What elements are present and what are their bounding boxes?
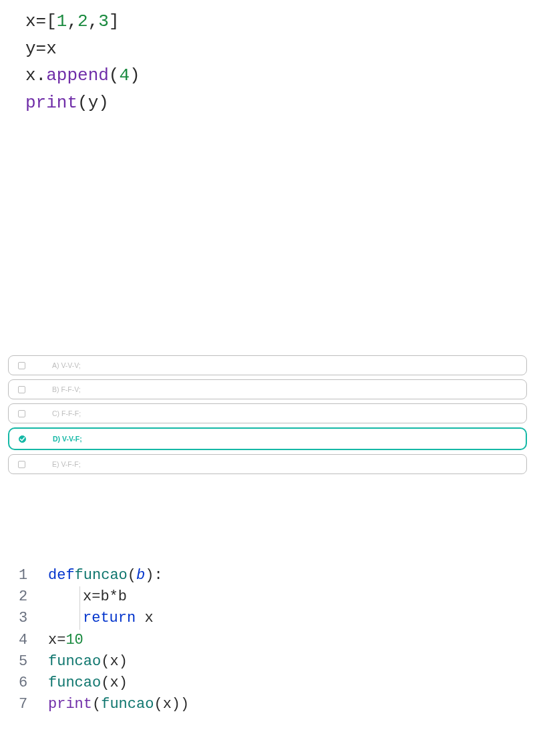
code-block-1: x = [1,2,3] y = x x.append(4) print(y) <box>0 0 535 116</box>
option-b[interactable]: B) F-F-V; <box>8 379 527 399</box>
paren-close: ) <box>145 565 154 586</box>
var-y: y <box>88 89 99 117</box>
paren-close: ) <box>119 651 128 673</box>
code2-line7: 7 print(funcao(x)) <box>19 694 535 715</box>
check-circle-icon <box>19 435 26 443</box>
dot: . <box>36 62 47 89</box>
code2-line6: 6 funcao(x) <box>19 673 535 694</box>
equals: = <box>36 35 47 63</box>
var-x: x <box>25 8 36 35</box>
paren-close: ) <box>180 694 189 715</box>
fn-append: append <box>46 62 109 89</box>
fn-call: funcao <box>48 673 101 694</box>
line-number: 2 <box>19 586 48 608</box>
checkbox-icon <box>18 410 25 417</box>
option-label: C) F-F-F; <box>52 409 81 417</box>
var-x: x <box>144 610 153 626</box>
var-x: x <box>48 630 57 651</box>
var-y: y <box>25 35 36 63</box>
option-d[interactable]: D) V-V-F; <box>8 427 527 450</box>
equals: = <box>57 630 65 651</box>
var-x: x <box>163 694 172 715</box>
num-3: 3 <box>98 8 109 35</box>
code1-line1: x = [1,2,3] <box>25 8 535 35</box>
num-4: 4 <box>119 62 130 89</box>
body: x=b*b <box>83 588 127 605</box>
paren-open: ( <box>128 565 136 586</box>
fn-name: funcao <box>75 565 128 586</box>
bracket-close: ] <box>109 8 120 35</box>
var-x: x <box>25 62 36 89</box>
num-10: 10 <box>65 630 83 651</box>
code2-line1: 1 def funcao(b): <box>19 565 535 586</box>
param-b: b <box>136 565 145 586</box>
var-x: x <box>110 651 118 673</box>
paren-open: ( <box>77 89 88 117</box>
code2-line4: 4 x = 10 <box>19 630 535 651</box>
num-1: 1 <box>57 8 67 35</box>
line-number: 3 <box>19 608 48 629</box>
fn-call: funcao <box>48 651 101 673</box>
answer-options: A) V-V-V; B) F-F-V; C) F-F-F; D) V-V-F; … <box>0 355 535 474</box>
option-label: D) V-V-F; <box>53 435 82 443</box>
paren-close: ) <box>130 62 140 89</box>
fn-print: print <box>25 89 77 117</box>
var-x: x <box>46 35 57 63</box>
fn-print: print <box>48 694 92 715</box>
checkbox-icon <box>18 362 25 369</box>
line-number: 1 <box>19 565 48 586</box>
option-a[interactable]: A) V-V-V; <box>8 355 527 375</box>
code-block-2: 1 def funcao(b): 2 x=b*b 3 return x 4 x … <box>0 565 535 715</box>
bracket-open: [ <box>46 8 57 35</box>
option-e[interactable]: E) V-F-F; <box>8 454 527 474</box>
option-label: E) V-F-F; <box>52 460 81 468</box>
option-label: A) V-V-V; <box>52 361 81 369</box>
line-number: 5 <box>19 651 48 673</box>
code2-line2: 2 x=b*b <box>19 586 535 608</box>
code1-line3: x.append(4) <box>25 62 535 89</box>
num-2: 2 <box>77 8 88 35</box>
code2-line5: 5 funcao(x) <box>19 651 535 673</box>
colon: : <box>154 565 162 586</box>
kw-return: return <box>83 610 136 626</box>
paren-open: ( <box>101 673 110 694</box>
comma: , <box>88 8 99 35</box>
paren-open: ( <box>92 694 101 715</box>
code1-line4: print(y) <box>25 89 535 117</box>
option-c[interactable]: C) F-F-F; <box>8 403 527 423</box>
line-number: 6 <box>19 673 48 694</box>
comma: , <box>67 8 77 35</box>
code2-line3: 3 return x <box>19 608 535 629</box>
code1-line2: y = x <box>25 35 535 63</box>
paren-open: ( <box>154 694 162 715</box>
kw-def: def <box>48 565 75 586</box>
paren-close: ) <box>119 673 128 694</box>
paren-open: ( <box>101 651 110 673</box>
paren-close: ) <box>98 89 109 117</box>
line-number: 4 <box>19 630 48 651</box>
fn-call: funcao <box>101 694 154 715</box>
checkbox-icon <box>18 386 25 393</box>
line-number: 7 <box>19 694 48 715</box>
paren-open: ( <box>109 62 120 89</box>
option-label: B) F-F-V; <box>52 385 81 393</box>
checkbox-icon <box>18 461 25 468</box>
var-x: x <box>110 673 118 694</box>
paren-close: ) <box>172 694 180 715</box>
equals: = <box>36 8 47 35</box>
